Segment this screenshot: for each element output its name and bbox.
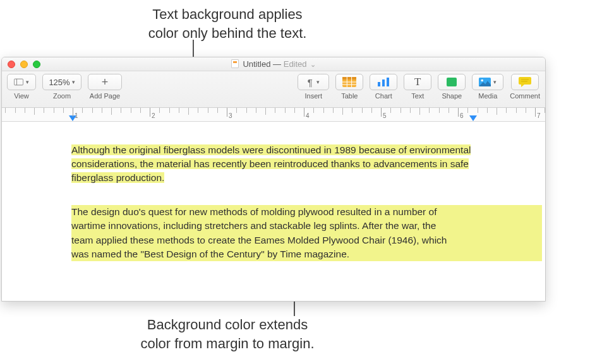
text-icon: T bbox=[414, 76, 421, 88]
ruler-tick bbox=[34, 108, 35, 115]
callout-top: Text background appliescolor only behind… bbox=[107, 5, 347, 42]
highlighted-text: Although the original fiberglass models … bbox=[71, 144, 471, 183]
ruler-tick bbox=[179, 108, 179, 113]
ruler-number: 1 bbox=[75, 112, 78, 119]
ruler-tick bbox=[390, 108, 391, 113]
document-name: Untitled bbox=[243, 59, 270, 69]
view-button[interactable]: ▾ bbox=[7, 74, 36, 90]
chevron-down-icon: ▾ bbox=[493, 79, 497, 85]
ruler-tick bbox=[294, 108, 295, 113]
zoom-value: 125% bbox=[49, 78, 69, 87]
add-page-label: Add Page bbox=[90, 92, 120, 100]
ruler-tick bbox=[545, 108, 545, 113]
toolbar-zoom: 125% ▾ Zoom bbox=[42, 74, 81, 100]
ruler-tick bbox=[506, 108, 507, 113]
svg-rect-0 bbox=[14, 79, 23, 85]
chart-button[interactable] bbox=[370, 74, 397, 90]
text-button[interactable]: T bbox=[404, 74, 431, 90]
zoom-dropdown[interactable]: 125% ▾ bbox=[42, 74, 81, 90]
media-label: Media bbox=[478, 92, 497, 100]
svg-rect-3 bbox=[342, 77, 356, 79]
zoom-window-button[interactable] bbox=[33, 61, 40, 68]
minimize-button[interactable] bbox=[20, 61, 28, 68]
table-button[interactable] bbox=[335, 74, 363, 90]
ruler-tick bbox=[169, 108, 170, 113]
window-title: Untitled — Edited ⌄ bbox=[2, 59, 545, 69]
ruler-tick bbox=[246, 108, 247, 113]
table-icon bbox=[342, 77, 356, 87]
toolbar: ▾ View 125% ▾ Zoom + Add Page ¶ ▾ Insert bbox=[2, 71, 545, 108]
paragraph-text-highlight[interactable]: Although the original fiberglass models … bbox=[71, 143, 473, 185]
media-button[interactable]: ▾ bbox=[472, 74, 503, 90]
ruler-tick bbox=[323, 108, 324, 113]
right-margin-marker[interactable] bbox=[469, 115, 477, 121]
comment-icon bbox=[519, 77, 531, 87]
table-label: Table bbox=[341, 92, 358, 100]
ruler-tick bbox=[44, 108, 44, 113]
ruler-tick bbox=[256, 108, 256, 113]
ruler-tick bbox=[188, 108, 189, 115]
ruler-number: 6 bbox=[460, 112, 464, 119]
ruler-tick bbox=[63, 108, 64, 113]
ruler-tick bbox=[131, 108, 131, 113]
ruler-tick bbox=[15, 108, 16, 113]
ruler-tick-major bbox=[227, 108, 227, 117]
document-edited-status: Edited bbox=[284, 59, 307, 69]
ruler-tick bbox=[410, 108, 411, 113]
ruler-tick bbox=[236, 108, 237, 113]
ruler-tick bbox=[352, 108, 352, 113]
document-canvas[interactable]: Although the original fiberglass models … bbox=[2, 143, 545, 261]
svg-rect-10 bbox=[387, 78, 389, 86]
ruler-tick bbox=[159, 108, 160, 113]
add-page-button[interactable]: + bbox=[88, 74, 122, 90]
ruler-tick bbox=[467, 108, 468, 113]
ruler-tick bbox=[313, 108, 314, 113]
ruler-tick bbox=[121, 108, 121, 113]
shape-label: Shape bbox=[442, 92, 462, 100]
ruler-tick bbox=[25, 108, 25, 113]
chevron-down-icon: ▾ bbox=[72, 79, 75, 85]
svg-rect-11 bbox=[447, 78, 457, 86]
ruler-tick bbox=[449, 108, 449, 113]
ruler-number: 4 bbox=[306, 112, 310, 119]
toolbar-comment: Comment bbox=[510, 74, 540, 100]
ruler-tick bbox=[400, 108, 401, 113]
ruler-tick bbox=[82, 108, 83, 113]
ruler-tick-major bbox=[150, 108, 150, 117]
toolbar-chart: Chart bbox=[370, 74, 397, 100]
ruler-tick-major bbox=[304, 108, 304, 117]
comment-button[interactable] bbox=[511, 74, 539, 90]
insert-button[interactable]: ¶ ▾ bbox=[298, 74, 329, 90]
ruler-tick bbox=[285, 108, 286, 113]
chevron-down-icon: ▾ bbox=[26, 79, 29, 85]
close-button[interactable] bbox=[8, 61, 15, 68]
window-controls bbox=[2, 61, 40, 68]
ruler-tick bbox=[497, 108, 497, 115]
ruler-tick bbox=[54, 108, 54, 113]
plus-icon: + bbox=[102, 76, 109, 89]
shape-icon bbox=[446, 77, 457, 87]
pilcrow-icon: ¶ bbox=[308, 77, 313, 88]
ruler-tick bbox=[526, 108, 526, 113]
ruler-tick-major bbox=[73, 108, 73, 117]
ruler-tick bbox=[487, 108, 488, 113]
chevron-down-icon[interactable]: ⌄ bbox=[310, 61, 316, 68]
toolbar-view: ▾ View bbox=[7, 74, 36, 100]
titlebar: Untitled — Edited ⌄ bbox=[2, 57, 545, 71]
media-icon bbox=[479, 77, 491, 87]
ruler-tick bbox=[92, 108, 93, 113]
ruler-tick-major bbox=[535, 108, 536, 117]
paragraph-bg-highlight[interactable]: The design duo's quest for new methods o… bbox=[71, 205, 542, 261]
shape-button[interactable] bbox=[438, 74, 466, 90]
ruler-number: 3 bbox=[229, 112, 232, 119]
paragraph-text: The design duo's quest for new methods o… bbox=[71, 205, 473, 261]
callout-bottom: Background color extendscolor from margi… bbox=[101, 315, 354, 353]
ruler-tick bbox=[275, 108, 275, 113]
toolbar-shape: Shape bbox=[438, 74, 466, 100]
ruler-tick bbox=[198, 108, 198, 113]
toolbar-media: ▾ Media bbox=[472, 74, 503, 100]
ruler[interactable]: 01234567 bbox=[2, 108, 545, 122]
app-window: Untitled — Edited ⌄ ▾ View 125% ▾ Zoom + bbox=[1, 57, 546, 302]
ruler-tick bbox=[439, 108, 440, 113]
ruler-tick bbox=[217, 108, 218, 113]
